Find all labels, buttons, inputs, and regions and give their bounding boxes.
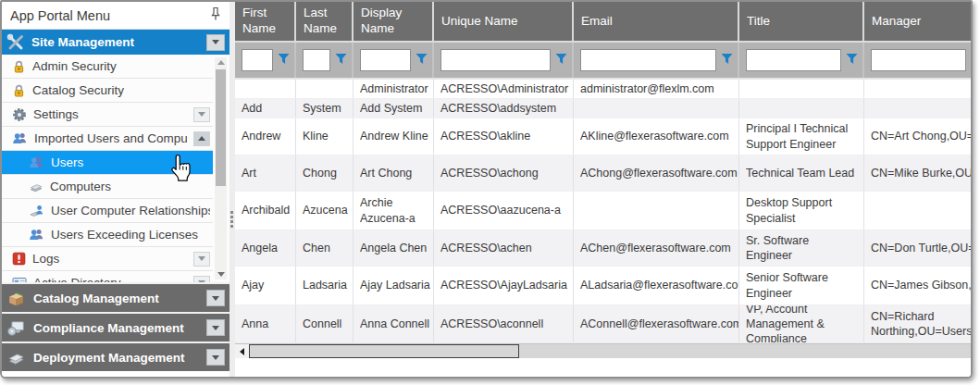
cell-title — [739, 80, 864, 98]
item-label: Imported Users and Computers — [34, 131, 187, 145]
cell-first-name: Add — [235, 99, 296, 118]
catalog-management-expand-button[interactable] — [206, 290, 225, 306]
active-directory-expand-button[interactable] — [193, 276, 210, 283]
item-label: Users — [51, 155, 210, 169]
filter-funnel-icon[interactable] — [278, 52, 290, 68]
computer-icon — [29, 180, 43, 193]
settings-expand-button[interactable] — [193, 107, 210, 122]
grid-filter-row — [235, 41, 971, 80]
cell-title: Desktop Support Specialist — [739, 192, 864, 230]
imported-users-collapse-button[interactable] — [193, 131, 210, 146]
sidebar-scrollbar-thumb[interactable] — [216, 69, 226, 186]
filter-input-title[interactable] — [746, 49, 841, 71]
filter-input-manager[interactable] — [871, 49, 966, 71]
cell-last-name: Chong — [296, 155, 354, 191]
filter-cell — [354, 43, 434, 78]
cell-title: Sr. Software Engineer — [739, 230, 864, 266]
filter-input-last-name[interactable] — [303, 49, 330, 71]
user-computer-icon — [29, 204, 44, 217]
horizontal-scrollbar[interactable] — [235, 343, 971, 358]
item-label: User Computer Relationships — [51, 204, 210, 217]
grid-body: Administrator ACRESSO\Administrator admi… — [235, 80, 971, 343]
site-management-collapse-button[interactable] — [206, 34, 225, 51]
item-label: Users Exceeding Licenses — [51, 228, 210, 242]
filter-input-display-name[interactable] — [360, 49, 411, 71]
tools-icon — [6, 33, 25, 52]
table-row[interactable]: Andrew Kline Andrew Kline ACRESSO\akline… — [235, 118, 971, 155]
filter-cell — [296, 43, 354, 78]
deployment-icon — [6, 349, 26, 366]
scroll-down-icon[interactable] — [217, 272, 225, 277]
sidebar: App Portal Menu Site Management Admin Se… — [2, 2, 229, 377]
filter-input-first-name[interactable] — [242, 49, 273, 71]
sidebar-section-deployment-management[interactable]: Deployment Management — [2, 342, 229, 371]
column-header-first-name[interactable]: First Name — [235, 2, 296, 41]
cell-email: administrator@flexlm.com — [574, 80, 739, 98]
table-row[interactable]: Archibald Azucena Archie Azucena-a ACRES… — [235, 192, 971, 230]
filter-input-unique-name[interactable] — [440, 49, 551, 71]
scroll-left-icon[interactable] — [235, 344, 249, 358]
column-header-last-name[interactable]: Last Name — [296, 2, 354, 41]
item-label: Catalog Security — [32, 83, 210, 97]
scroll-up-icon[interactable] — [217, 60, 225, 65]
sidebar-item-active-directory[interactable]: Active Directory — [2, 271, 213, 282]
sidebar-item-users[interactable]: Users — [2, 151, 213, 175]
item-label: Settings — [33, 107, 187, 121]
sidebar-section-catalog-management[interactable]: Catalog Management — [2, 282, 229, 312]
pin-icon[interactable] — [210, 6, 221, 24]
grid-footer-space — [235, 358, 971, 377]
cell-title — [739, 99, 864, 118]
table-row[interactable]: Anna Connell Anna Connell ACRESSO\aconne… — [235, 305, 971, 343]
filter-funnel-icon[interactable] — [846, 52, 858, 68]
sidebar-section-compliance-management[interactable]: Compliance Management — [2, 312, 229, 342]
sidebar-section-site-management[interactable]: Site Management — [2, 30, 229, 55]
item-label: Active Directory — [33, 276, 187, 282]
sidebar-scrollbar[interactable] — [215, 57, 227, 279]
sidebar-item-users-exceeding-licenses[interactable]: Users Exceeding Licenses — [2, 223, 213, 247]
cell-manager: CN=Art Chong,OU=U — [864, 118, 971, 155]
table-row[interactable]: Art Chong Art Chong ACRESSO\achong AChon… — [235, 155, 971, 192]
sidebar-item-computers[interactable]: Computers — [2, 175, 213, 199]
filter-input-email[interactable] — [580, 49, 716, 71]
column-header-manager[interactable]: Manager — [864, 2, 971, 41]
cell-display-name: Administrator — [354, 80, 434, 98]
sidebar-title: App Portal Menu — [10, 8, 110, 23]
deployment-management-expand-button[interactable] — [206, 349, 225, 366]
filter-funnel-icon[interactable] — [416, 52, 428, 68]
sidebar-splitter[interactable] — [229, 2, 235, 377]
filter-cell — [235, 43, 296, 78]
filter-cell — [574, 43, 739, 78]
cell-manager — [864, 192, 971, 230]
table-row[interactable]: Add System Add System ACRESSO\addsystem — [235, 99, 971, 118]
column-header-unique-name[interactable]: Unique Name — [434, 2, 574, 41]
table-row[interactable]: Angela Chen Angela Chen ACRESSO\achen AC… — [235, 230, 971, 267]
column-header-display-name[interactable]: Display Name — [354, 2, 434, 41]
filter-funnel-icon[interactable] — [555, 52, 567, 68]
column-header-email[interactable]: Email — [574, 2, 739, 41]
sidebar-item-user-computer-relationships[interactable]: User Computer Relationships — [2, 199, 213, 223]
cell-display-name: Anna Connell — [354, 305, 434, 342]
horizontal-scrollbar-thumb[interactable] — [249, 344, 519, 358]
cell-unique-name: ACRESSO\achen — [434, 230, 574, 266]
package-icon — [6, 290, 26, 307]
cell-manager: CN=Don Turtle,OU= — [864, 230, 971, 266]
section-label: Deployment Management — [33, 351, 199, 365]
sidebar-item-admin-security[interactable]: Admin Security — [2, 55, 213, 79]
compliance-management-expand-button[interactable] — [206, 319, 225, 336]
sidebar-item-catalog-security[interactable]: Catalog Security — [2, 79, 213, 103]
sidebar-item-imported-users-and-computers[interactable]: Imported Users and Computers — [2, 127, 213, 151]
logs-expand-button[interactable] — [193, 252, 210, 267]
cell-unique-name: ACRESSO\AjayLadsaria — [434, 267, 574, 304]
cell-display-name: Angela Chen — [354, 230, 434, 266]
sidebar-item-logs[interactable]: Logs — [2, 247, 213, 271]
gear-icon — [12, 107, 27, 122]
sidebar-item-settings[interactable]: Settings — [2, 103, 213, 127]
filter-funnel-icon[interactable] — [335, 52, 347, 68]
table-row[interactable]: Ajay Ladsaria Ajay Ladsaria ACRESSO\Ajay… — [235, 267, 971, 305]
table-row[interactable]: Administrator ACRESSO\Administrator admi… — [235, 80, 971, 99]
filter-funnel-icon[interactable] — [721, 52, 733, 68]
cell-last-name: System — [296, 99, 354, 118]
column-header-title[interactable]: Title — [739, 2, 864, 41]
section-label: Site Management — [31, 35, 200, 49]
grid-header-row: First Name Last Name Display Name Unique… — [235, 2, 971, 41]
